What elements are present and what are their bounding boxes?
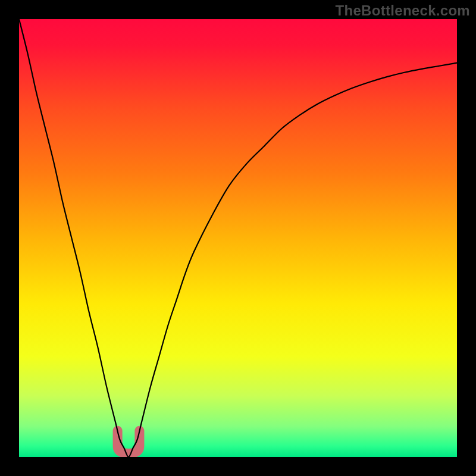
- plot-area: [19, 19, 457, 457]
- bottleneck-chart: [19, 19, 457, 457]
- watermark-text: TheBottleneck.com: [336, 2, 470, 19]
- chart-frame: TheBottleneck.com: [0, 0, 476, 476]
- gradient-background: [19, 19, 457, 457]
